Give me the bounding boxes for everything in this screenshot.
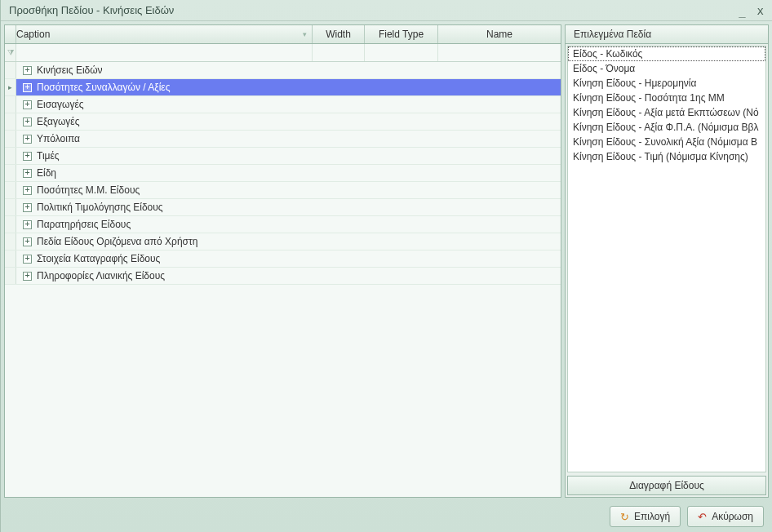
grid-header: Caption ▾ Width Field Type Name [5, 25, 561, 44]
tree-row[interactable]: +Πληροφορίες Λιανικής Είδους [5, 268, 561, 285]
tree-row-label: Εξαγωγές [35, 116, 80, 127]
tree-row-label: Παρατηρήσεις Είδους [35, 219, 131, 230]
column-caption[interactable]: Caption ▾ [16, 25, 313, 43]
row-content: +Παρατηρήσεις Είδους [16, 216, 561, 233]
expand-icon[interactable]: + [23, 272, 32, 281]
selected-field-item[interactable]: Κίνηση Είδους - Αξία Φ.Π.Α. (Νόμισμα Ββλ [568, 120, 765, 135]
expand-icon[interactable]: + [23, 100, 32, 109]
tree-row-label: Πληροφορίες Λιανικής Είδους [35, 270, 165, 282]
row-handle [5, 131, 16, 147]
selected-field-item[interactable]: Κίνηση Είδους - Αξία μετά Εκπτώσεων (Νό [568, 105, 765, 120]
row-content: +Υπόλοιπα [16, 131, 561, 147]
row-content: +Είδη [16, 165, 561, 181]
filter-type[interactable] [365, 44, 438, 61]
expand-icon[interactable]: + [23, 220, 32, 229]
tree-row[interactable]: +Πεδία Είδους Οριζόμενα από Χρήστη [5, 233, 561, 250]
filter-row: ⧩ [5, 44, 561, 62]
column-field-type[interactable]: Field Type [365, 25, 438, 43]
dialog-window: Προσθήκη Πεδίου - Κινήσεις Ειδών _ x Cap… [0, 0, 772, 532]
expand-icon[interactable]: + [23, 66, 32, 75]
row-handle [5, 165, 16, 181]
tree-row[interactable]: +Εισαγωγές [5, 96, 561, 113]
tree-row[interactable]: +Πολιτική Τιμολόγησης Είδους [5, 199, 561, 216]
tree-row-label: Ποσότητες Συναλλαγών / Αξίες [35, 82, 170, 93]
expand-icon[interactable]: + [23, 169, 32, 178]
tree-row-label: Υπόλοιπα [35, 133, 80, 144]
selected-field-item[interactable]: Κίνηση Είδους - Συνολική Αξία (Νόμισμα Β [568, 135, 765, 149]
row-handle [5, 250, 16, 267]
selected-field-item[interactable]: Είδος - Όνομα [568, 61, 765, 76]
selected-fields-title: Επιλεγμένα Πεδία [574, 29, 651, 40]
selected-field-item[interactable]: Κίνηση Είδους - Ημερομηνία [568, 76, 765, 91]
tree-row-label: Στοιχεία Καταγραφής Είδους [35, 253, 160, 264]
column-width[interactable]: Width [313, 25, 365, 43]
selected-field-item[interactable]: Κίνηση Είδους - Τιμή (Νόμισμα Κίνησης) [568, 149, 765, 164]
cancel-button[interactable]: ↶ Ακύρωση [687, 506, 764, 527]
tree-row[interactable]: +Ποσότητες Συναλλαγών / Αξίες [5, 79, 561, 96]
expand-icon[interactable]: + [23, 255, 32, 264]
tree-row[interactable]: +Κινήσεις Ειδών [5, 62, 561, 79]
filter-width[interactable] [313, 44, 365, 61]
tree-row-label: Πεδία Είδους Οριζόμενα από Χρήστη [35, 236, 197, 247]
selected-fields-list[interactable]: Είδος - ΚωδικόςΕίδος - ΌνομαΚίνηση Είδου… [567, 46, 766, 472]
tree-row[interactable]: +Στοιχεία Καταγραφής Είδους [5, 250, 561, 268]
expand-icon[interactable]: + [23, 186, 32, 195]
row-handle [5, 199, 16, 215]
tree-row[interactable]: +Εξαγωγές [5, 113, 561, 131]
tree-row[interactable]: +Υπόλοιπα [5, 131, 561, 148]
column-caption-label: Caption [16, 29, 50, 40]
delete-field-label: Διαγραφή Είδους [629, 480, 704, 491]
column-field-type-label: Field Type [379, 29, 424, 40]
row-handle [5, 182, 16, 198]
tree-row-label: Τιμές [35, 150, 60, 162]
expand-icon[interactable]: + [23, 117, 32, 126]
delete-field-button[interactable]: Διαγραφή Είδους [567, 476, 766, 495]
filter-handle: ⧩ [5, 44, 16, 61]
column-name[interactable]: Name [438, 25, 561, 43]
column-width-label: Width [326, 29, 351, 40]
selected-field-item[interactable]: Είδος - Κωδικός [568, 47, 765, 61]
filter-icon[interactable]: ▾ [303, 30, 307, 38]
undo-icon: ↶ [698, 511, 707, 523]
row-handle [5, 268, 16, 284]
select-button-label: Επιλογή [634, 511, 670, 522]
tree-row[interactable]: +Ποσότητες Μ.Μ. Είδους [5, 182, 561, 199]
row-handle [5, 216, 16, 233]
tree-row-label: Κινήσεις Ειδών [35, 64, 103, 76]
filter-caption[interactable] [16, 44, 313, 61]
row-content: +Πολιτική Τιμολόγησης Είδους [16, 199, 561, 215]
grid-body[interactable]: +Κινήσεις Ειδών+Ποσότητες Συναλλαγών / Α… [5, 62, 561, 497]
refresh-icon: ↻ [620, 511, 629, 523]
funnel-icon: ⧩ [7, 48, 14, 58]
window-title: Προσθήκη Πεδίου - Κινήσεις Ειδών [9, 4, 174, 16]
dialog-footer: ↻ Επιλογή ↶ Ακύρωση [1, 501, 772, 532]
cancel-button-label: Ακύρωση [712, 511, 753, 522]
content-area: Caption ▾ Width Field Type Name ⧩ [1, 21, 772, 501]
row-content: +Εισαγωγές [16, 96, 561, 113]
expand-icon[interactable]: + [23, 135, 32, 144]
expand-icon[interactable]: + [23, 237, 32, 246]
filter-name[interactable] [438, 44, 561, 61]
row-content: +Ποσότητες Μ.Μ. Είδους [16, 182, 561, 198]
select-button[interactable]: ↻ Επιλογή [610, 506, 681, 527]
expand-icon[interactable]: + [23, 152, 32, 161]
fields-grid-panel: Caption ▾ Width Field Type Name ⧩ [4, 24, 561, 498]
close-button[interactable]: x [757, 4, 764, 17]
row-content: +Τιμές [16, 148, 561, 164]
selected-field-item[interactable]: Κίνηση Είδους - Ποσότητα 1ης ΜΜ [568, 91, 765, 105]
minimize-button[interactable]: _ [739, 4, 745, 17]
row-content: +Κινήσεις Ειδών [16, 62, 561, 78]
tree-row[interactable]: +Παρατηρήσεις Είδους [5, 216, 561, 233]
selected-fields-panel: Επιλεγμένα Πεδία Είδος - ΚωδικόςΕίδος - … [565, 24, 769, 498]
tree-row[interactable]: +Τιμές [5, 148, 561, 165]
tree-row-label: Ποσότητες Μ.Μ. Είδους [35, 184, 140, 196]
expand-icon[interactable]: + [23, 83, 32, 92]
expand-icon[interactable]: + [23, 203, 32, 212]
tree-row-label: Πολιτική Τιμολόγησης Είδους [35, 202, 163, 213]
selected-fields-header: Επιλεγμένα Πεδία [566, 25, 768, 44]
row-handle-header [5, 25, 16, 43]
row-content: +Εξαγωγές [16, 113, 561, 130]
tree-row[interactable]: +Είδη [5, 165, 561, 182]
row-handle [5, 233, 16, 250]
row-handle [5, 96, 16, 113]
